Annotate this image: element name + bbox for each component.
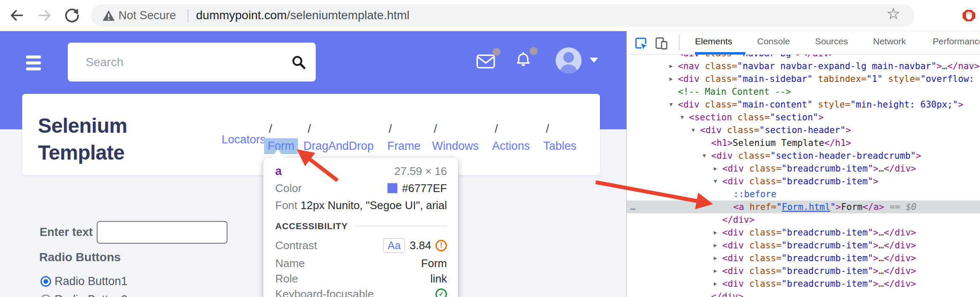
tooltip-tag: a (275, 165, 282, 178)
divider-line (355, 226, 447, 227)
url-domain: dummypoint.com (196, 9, 287, 22)
code-line[interactable]: ▼<div class="section-header"> (627, 124, 980, 137)
keyboard-focusable-check-icon: ✓ (435, 288, 447, 297)
code-line[interactable]: ▶<div class="main-sidebar" tabindex="1" … (627, 73, 980, 85)
code-line[interactable]: ▶<div class="breadcrumb-item">…</div> (627, 239, 980, 252)
url-bar[interactable]: Not Secure dummypoint.com/seleniumtempla… (91, 4, 914, 27)
tooltip-contrast-value: 3.84 (409, 239, 431, 252)
color-swatch (387, 183, 398, 193)
code-text: <div class="breadcrumb-item">…</div> (627, 226, 980, 239)
bookmark-star-icon[interactable]: ☆ (886, 5, 900, 23)
avatar[interactable] (556, 47, 582, 73)
adblock-extension-icon[interactable] (963, 10, 975, 21)
code-line[interactable]: </div> (627, 213, 980, 226)
collapse-arrow-icon[interactable]: ▶ (714, 277, 717, 290)
radio-label: Radio Button2 (55, 293, 127, 297)
tab-sources[interactable]: Sources (815, 36, 848, 47)
expand-arrow-icon[interactable]: ▼ (669, 98, 673, 111)
code-text: <!-- Main Content --> (627, 85, 980, 98)
expand-arrow-icon[interactable]: ▼ (692, 124, 695, 137)
tab-console[interactable]: Console (757, 36, 790, 47)
devtools-toolbar: ElementsConsoleSourcesNetworkPerformance (627, 31, 980, 55)
collapse-arrow-icon[interactable]: ▶ (714, 226, 717, 239)
breadcrumb-item-locators[interactable]: Locators (222, 133, 266, 146)
code-line[interactable]: <div class="navbar-bg"></div> (627, 55, 980, 60)
code-text: <nav class="navbar navbar-expand-lg main… (627, 60, 980, 73)
collapse-arrow-icon[interactable]: ▶ (669, 60, 673, 73)
code-line[interactable]: ▶<div class="breadcrumb-item">…</div> (627, 252, 980, 265)
code-line[interactable]: ▶<div class="breadcrumb-item">…</div> (627, 277, 980, 290)
code-text: <div class="breadcrumb-item">…</div> (627, 265, 980, 277)
url-text[interactable]: dummypoint.com/seleniumtemplate.html (196, 9, 409, 22)
radio-label: Radio Button1 (55, 275, 127, 288)
code-line[interactable]: <!-- Main Content --> (627, 85, 980, 98)
search-input[interactable] (85, 43, 272, 82)
tooltip-dimensions: 27.59 × 16 (394, 165, 447, 178)
code-line[interactable]: </div> (627, 290, 980, 297)
code-text: <section class="section"> (627, 111, 980, 124)
tab-network[interactable]: Network (873, 36, 906, 47)
chevron-down-icon[interactable] (590, 58, 598, 63)
url-path: /seleniumtemplate.html (287, 9, 409, 22)
collapse-arrow-icon[interactable]: ▶ (669, 73, 673, 85)
code-line[interactable]: …<a href="Form.html">Form</a> == $0 (627, 201, 980, 213)
tab-elements[interactable]: Elements (695, 36, 732, 47)
device-toolbar-icon[interactable] (654, 36, 669, 50)
inspect-element-icon[interactable] (634, 36, 648, 50)
breadcrumb-separator: / (546, 122, 549, 136)
code-text: <div class="breadcrumb-item"> (627, 175, 980, 188)
messages-envelope-icon[interactable] (476, 54, 495, 69)
expand-arrow-icon[interactable]: ▼ (703, 149, 706, 162)
tooltip-font-label: Font (275, 199, 297, 212)
reload-icon[interactable] (64, 7, 80, 23)
breadcrumb-item-tables[interactable]: Tables (543, 140, 576, 153)
forward-icon[interactable] (37, 7, 53, 23)
collapse-arrow-icon[interactable]: ▶ (714, 265, 717, 277)
back-icon[interactable] (9, 7, 25, 23)
collapse-arrow-icon[interactable]: ▶ (714, 252, 717, 265)
code-line[interactable]: ▼<div class="section-header-breadcrumb"> (627, 149, 980, 162)
tooltip-caret (271, 149, 285, 159)
devtools-panel: ElementsConsoleSourcesNetworkPerformance… (626, 31, 980, 297)
notifications-bell-icon[interactable] (514, 51, 532, 70)
radio-button-unchecked-icon[interactable] (40, 294, 51, 297)
code-line[interactable]: ▼<section class="section"> (627, 111, 980, 124)
toolbar-divider (679, 35, 680, 50)
collapse-arrow-icon[interactable]: ▶ (714, 239, 717, 252)
search-icon[interactable] (291, 55, 306, 70)
code-text: </div> (627, 213, 980, 226)
code-gutter-ellipsis[interactable]: … (630, 201, 637, 213)
code-line[interactable]: ▶<div class="breadcrumb-item">…</div> (627, 265, 980, 277)
code-text: ::before (627, 188, 980, 201)
code-line[interactable]: ▼<div class="breadcrumb-item"> (627, 175, 980, 188)
code-line[interactable]: ::before (627, 188, 980, 201)
collapse-arrow-icon[interactable]: ▶ (714, 162, 717, 175)
text-input[interactable] (97, 221, 228, 244)
expand-arrow-icon[interactable]: ▼ (714, 175, 717, 188)
breadcrumb-item-actions[interactable]: Actions (492, 140, 530, 153)
breadcrumb-item-frame[interactable]: Frame (387, 140, 421, 153)
tooltip-font-value: 12px Nunito, "Segoe UI", arial (300, 199, 447, 212)
code-line[interactable]: ▶<div class="breadcrumb-item">…</div> (627, 162, 980, 175)
security-status[interactable]: Not Secure (118, 9, 176, 22)
code-text: </div> (627, 290, 980, 297)
breadcrumb-item-windows[interactable]: Windows (432, 140, 479, 153)
code-line[interactable]: ▶<nav class="navbar navbar-expand-lg mai… (627, 60, 980, 73)
code-line[interactable]: <h1>Selenium Template</h1> (627, 137, 980, 149)
browser-toolbar: Not Secure dummypoint.com/seleniumtempla… (0, 0, 980, 31)
code-text: <h1>Selenium Template</h1> (627, 137, 980, 149)
expand-arrow-icon[interactable]: ▼ (680, 111, 684, 124)
code-line[interactable]: ▶<div class="breadcrumb-item">…</div> (627, 226, 980, 239)
breadcrumb-item-draganddrop[interactable]: DragAndDrop (303, 140, 374, 153)
tooltip-color-label: Color (275, 182, 302, 195)
code-text: <div class="breadcrumb-item">…</div> (627, 239, 980, 252)
tab-performance[interactable]: Performance (933, 36, 980, 47)
hand-icon (963, 10, 975, 21)
tooltip-role-value: link (430, 272, 447, 285)
code-text: <div class="main-sidebar" tabindex="1" s… (627, 73, 980, 85)
breadcrumb-separator: / (269, 122, 272, 136)
code-line[interactable]: ▼<div class="main-content" style="min-he… (627, 98, 980, 111)
code-text: <div class="breadcrumb-item">…</div> (627, 252, 980, 265)
code-text: <div class="navbar-bg"></div> (627, 55, 980, 60)
radio-button-checked-icon[interactable] (40, 276, 51, 287)
